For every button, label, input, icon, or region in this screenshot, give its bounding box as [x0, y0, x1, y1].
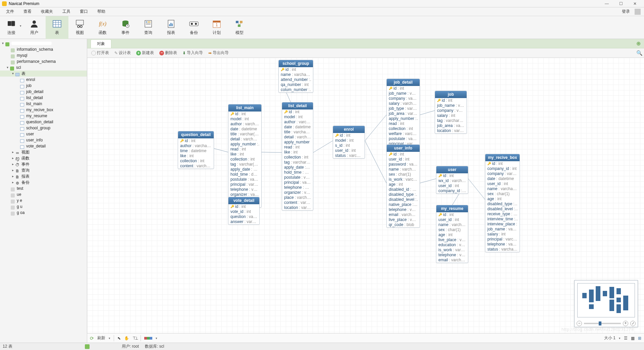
- tool-function[interactable]: f(x) 函数: [91, 16, 114, 39]
- delete-table-button[interactable]: −删除表: [158, 49, 178, 56]
- entity-field: detail: varchar(255): [282, 135, 313, 140]
- entity-field: user_id: int: [436, 217, 468, 222]
- entity-question_detail[interactable]: question_detailid: intauthor: varchar(2.…: [178, 131, 214, 169]
- design-table-button[interactable]: ✎设计表: [113, 49, 132, 56]
- tree-db-item[interactable]: information_schema: [0, 46, 87, 52]
- hand-tool[interactable]: ✋: [124, 336, 129, 341]
- tool-plan[interactable]: 1 计划: [205, 16, 228, 39]
- entity-job[interactable]: jobid: intjob_name: varcha...company: va…: [435, 91, 467, 134]
- tool-view[interactable]: 视图: [68, 16, 91, 39]
- tree-table-item[interactable]: job_detail: [0, 89, 87, 95]
- entity-my_recive_box[interactable]: my_recive_boxid: intcompany_id: intcompa…: [485, 154, 520, 252]
- menu-window[interactable]: 窗口: [75, 7, 93, 16]
- color-tool[interactable]: [144, 336, 152, 341]
- tree-extra-item[interactable]: test: [0, 185, 87, 191]
- import-wizard-button[interactable]: ⬇导入向导: [181, 49, 204, 56]
- tab-object[interactable]: 对象: [91, 39, 111, 48]
- tree-folder-item[interactable]: ▸⊚ 备份: [0, 179, 87, 185]
- menu-view[interactable]: 查看: [19, 7, 36, 16]
- tree-connection-root[interactable]: ▾: [0, 40, 87, 46]
- export-icon: ➡: [208, 51, 212, 55]
- entity-field: read: int: [282, 145, 313, 150]
- tree-extra-item[interactable]: g u: [0, 204, 87, 210]
- tree-table-item-label: user: [26, 131, 34, 137]
- entity-field: principal: varchar(...: [282, 180, 313, 185]
- search-button[interactable]: 🔍: [635, 49, 644, 57]
- entity-user[interactable]: userid: intwx_id: varchar(255)user_id: i…: [436, 166, 468, 194]
- tree-table-item[interactable]: job: [0, 83, 87, 89]
- entity-list_main[interactable]: list_mainid: intmodel: intauthor: varcha…: [228, 104, 262, 208]
- view-list-icon[interactable]: ☰: [624, 336, 628, 341]
- tree-extra-item[interactable]: ue: [0, 191, 87, 198]
- maximize-button[interactable]: ☐: [614, 0, 628, 7]
- tree-db-item[interactable]: mysql: [0, 52, 87, 58]
- tree-table-item[interactable]: list_detail: [0, 95, 87, 101]
- er-diagram-canvas[interactable]: school_groupid: intname: varchar(255)att…: [87, 58, 644, 333]
- tool-report[interactable]: 报表: [160, 16, 182, 39]
- entity-vote_detail[interactable]: vote_detailid: intvote_id: intquestion: …: [228, 197, 260, 225]
- entity-enrol[interactable]: enrolid: intmodel: ints_id: intuser_id: …: [333, 126, 365, 159]
- tool-model[interactable]: 模型: [228, 16, 251, 39]
- tree-db-scl[interactable]: ▾ scl: [0, 64, 87, 71]
- avatar-icon[interactable]: [635, 9, 641, 15]
- tool-table[interactable]: 表: [46, 16, 68, 39]
- tree-folder-item[interactable]: ▸f() 函数: [0, 155, 87, 161]
- refresh-button[interactable]: ⟳: [90, 336, 94, 341]
- status-connection-icon: [85, 344, 90, 349]
- tree-table-item[interactable]: question_detail: [0, 119, 87, 125]
- minimap-view[interactable]: [577, 283, 635, 317]
- zoom-fit-button[interactable]: ⤢: [630, 321, 636, 326]
- view-er-icon[interactable]: ⊞: [638, 336, 641, 341]
- tree-extra-item-label: g oa: [17, 210, 24, 216]
- tool-backup[interactable]: 备份: [182, 16, 205, 39]
- tree-folder-item[interactable]: ▸🗎 报表: [0, 173, 87, 179]
- new-table-button[interactable]: +新建表: [135, 49, 155, 56]
- tree-table-item-label: list_detail: [26, 95, 43, 101]
- tree-table-item[interactable]: enrol: [0, 77, 87, 83]
- tool-user[interactable]: 用户: [23, 16, 46, 39]
- zoom-slider[interactable]: [584, 323, 621, 324]
- tree-folder-tables[interactable]: ▾ 表: [0, 71, 87, 77]
- tree-table-item[interactable]: user: [0, 131, 87, 137]
- open-table-button[interactable]: 打开表: [90, 49, 110, 56]
- zoom-out-button[interactable]: −: [577, 321, 582, 326]
- login-link[interactable]: 登录: [619, 7, 633, 16]
- tree-db-item-label: performance_schema: [17, 58, 56, 64]
- tree-table-item[interactable]: my_resume: [0, 113, 87, 119]
- menu-file[interactable]: 文件: [1, 7, 19, 16]
- menu-fav[interactable]: 收藏夹: [36, 7, 58, 16]
- entity-field: name: varchar(255): [387, 167, 420, 172]
- tool-query[interactable]: 查询: [137, 16, 160, 39]
- relation-tool[interactable]: ⊤⊥: [132, 336, 137, 341]
- tree-folder-item[interactable]: ▸∞ 视图: [0, 149, 87, 155]
- tree-table-item[interactable]: vote_detail: [0, 143, 87, 149]
- entity-list_detail[interactable]: list_detailid: intmodel: intauthor: varc…: [282, 102, 313, 211]
- minimize-button[interactable]: —: [600, 0, 614, 7]
- tree-table-item[interactable]: list_main: [0, 101, 87, 107]
- tree-extra-item[interactable]: g oa: [0, 210, 87, 216]
- tree-folder-item[interactable]: ▸🗎 查询: [0, 167, 87, 173]
- tool-event[interactable]: 事件: [114, 16, 137, 39]
- menu-help[interactable]: 帮助: [93, 7, 110, 16]
- tool-connect[interactable]: 连接 ▾: [0, 16, 23, 39]
- tree-table-item[interactable]: school_group: [0, 125, 87, 131]
- tree-db-item[interactable]: performance_schema: [0, 58, 87, 64]
- zoom-in-button[interactable]: +: [623, 321, 628, 326]
- minimap[interactable]: − + ⤢: [574, 280, 638, 327]
- folder-icon: ⊚: [15, 180, 20, 185]
- entity-my_resume[interactable]: my_resumeid: intuser_id: intname: varcha…: [436, 205, 468, 263]
- connection-tree[interactable]: ▾ information_schema mysql performance_s…: [0, 39, 87, 343]
- entity-field: like: int: [282, 150, 313, 155]
- tree-table-item[interactable]: my_recive_box: [0, 107, 87, 113]
- close-button[interactable]: ✕: [628, 0, 642, 7]
- pointer-tool[interactable]: ⬉: [117, 336, 121, 341]
- entity-school_group[interactable]: school_groupid: intname: varchar(255)att…: [278, 60, 313, 93]
- tree-extra-item[interactable]: y e: [0, 198, 87, 204]
- tree-folder-item[interactable]: ▸⏱ 事件: [0, 161, 87, 167]
- tree-table-item[interactable]: user_info: [0, 137, 87, 143]
- menu-tools[interactable]: 工具: [58, 7, 75, 16]
- view-grid-icon[interactable]: ▦: [631, 336, 635, 341]
- export-wizard-button[interactable]: ➡导出向导: [207, 49, 230, 56]
- add-tab-button[interactable]: ⊕: [636, 40, 641, 47]
- entity-user_info[interactable]: user_infoid: intuser_id: intpassword: va…: [386, 144, 420, 228]
